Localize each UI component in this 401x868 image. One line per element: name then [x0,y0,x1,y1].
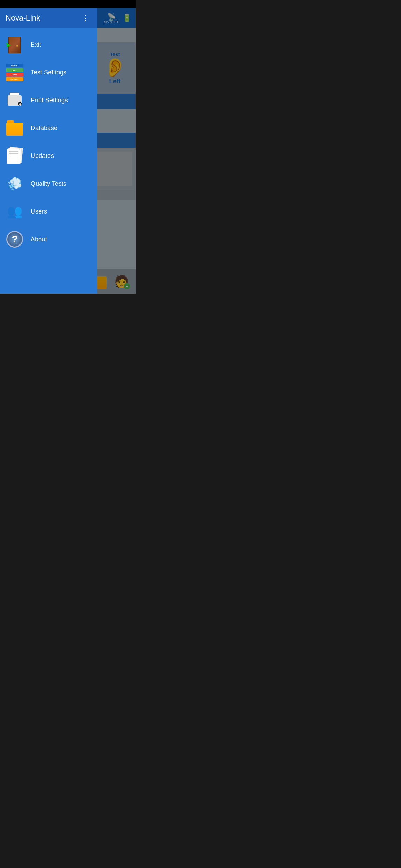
badge-dbspl: dBSPL [6,64,23,67]
door-icon: ➤ [6,35,24,54]
menu-item-database[interactable]: Database [0,114,97,142]
printer-icon: ⚙ [6,91,24,109]
about-icon: ? [6,230,24,248]
users-icon: 👥 [6,202,24,220]
menu-label-updates: Updates [31,152,54,160]
badge-khz: kHz [6,68,23,72]
status-bar [0,0,136,8]
nav-drawer: Nova-Link ⋮ ➤ Exit dBSPL kHz S [0,8,97,294]
hairdryer-icon: 💨 [6,175,24,193]
menu-label-exit: Exit [31,41,41,48]
menu-item-about[interactable]: ? About [0,225,97,253]
menu-item-quality-tests[interactable]: 💨 Quality Tests [0,170,97,198]
more-options-button[interactable]: ⋮ [79,12,92,24]
menu-item-print-settings[interactable]: ⚙ Print Settings [0,86,97,114]
badge-snr: SNR [6,73,23,77]
menu-label-about: About [31,236,47,243]
menu-label-users: Users [31,208,47,215]
badge-octaves: Octaves [6,77,23,81]
menu-items-list: ➤ Exit dBSPL kHz SNR Octaves Test Settin… [0,28,97,294]
drawer-title: Nova-Link [6,14,40,23]
gear-icon: ⚙ [17,101,22,107]
menu-label-database: Database [31,124,57,132]
menu-item-test-settings[interactable]: dBSPL kHz SNR Octaves Test Settings [0,58,97,86]
menu-item-users[interactable]: 👥 Users [0,198,97,225]
folder-icon [6,119,24,137]
menu-item-updates[interactable]: Updates [0,142,97,170]
papers-icon [6,147,24,165]
menu-item-exit[interactable]: ➤ Exit [0,31,97,58]
menu-label-print-settings: Print Settings [31,97,68,104]
settings-badge-icon: dBSPL kHz SNR Octaves [6,63,24,81]
menu-label-quality-tests: Quality Tests [31,180,66,187]
menu-label-test-settings: Test Settings [31,69,66,76]
drawer-header: Nova-Link ⋮ [0,8,97,28]
